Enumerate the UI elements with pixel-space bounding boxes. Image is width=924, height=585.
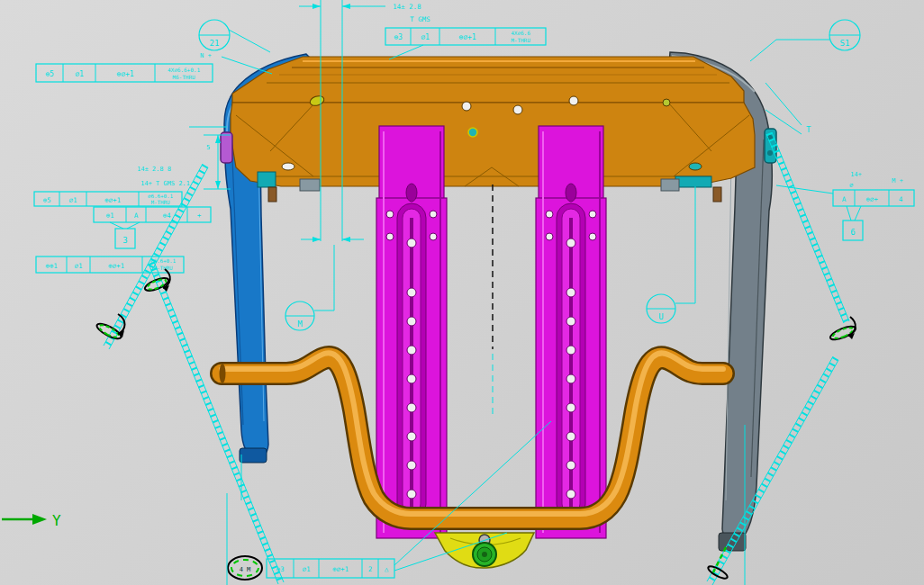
fcf-cell[interactable]: ⌀1 <box>74 262 82 270</box>
fcf-cell[interactable]: ⊕5 <box>45 70 54 78</box>
crossmember-panel[interactable] <box>231 57 755 186</box>
fcf-cell[interactable]: ⊕3 <box>394 33 403 41</box>
datum-label[interactable]: 3 <box>122 236 127 245</box>
cad-viewport[interactable]: 14± 2.8 T GMS ⊕5 ⌀1 ⊕⌀+1 4X⌀6.6+0.1 M6-T… <box>0 0 924 585</box>
note-right-14[interactable]: 14+ <box>850 171 862 178</box>
spot-label[interactable]: 4 M <box>240 566 251 573</box>
balloon-mid-left[interactable]: M <box>285 245 334 330</box>
weld-leader-right-1[interactable] <box>766 132 857 342</box>
fcf-cell[interactable]: △ <box>385 565 389 573</box>
fcf-note[interactable]: 4X⌀6.6 <box>511 30 530 36</box>
tab-right[interactable] <box>661 179 679 191</box>
fcf-left-a[interactable]: ⊕5 ⌀1 ⊕⌀+1 ⌀6.6+0.1 M-THRU <box>34 192 182 206</box>
slide-rail-right[interactable] <box>536 126 606 538</box>
fcf-left-b[interactable]: ⊕1 A ⊕4 + 3 <box>94 207 211 248</box>
balloon-label[interactable]: S1 <box>840 39 850 48</box>
note-label[interactable]: T <box>806 125 811 134</box>
fcf-top-left[interactable]: ⊕5 ⌀1 ⊕⌀+1 4X⌀6.6+0.1 M6-THRU <box>36 64 213 82</box>
bracket-foot[interactable] <box>240 448 267 463</box>
tube-body[interactable] <box>222 357 723 518</box>
tube-end-cap <box>220 364 226 383</box>
hole[interactable] <box>569 96 578 105</box>
fcf-cell[interactable]: ⌀1 <box>302 565 310 573</box>
note-right-dia[interactable]: ⌀ <box>849 182 853 189</box>
fcf-note[interactable]: ⌀6.6+0.1 <box>148 194 173 199</box>
crossmember-top-flange[interactable] <box>232 57 744 103</box>
dim-text[interactable]: 5 <box>206 144 210 151</box>
crossmember-face[interactable] <box>231 103 755 186</box>
spacer-right[interactable] <box>713 187 721 202</box>
fcf-cell[interactable]: ⌀1 <box>421 33 430 41</box>
fcf-cell[interactable]: ⊕⌀+1 <box>458 33 476 41</box>
latch-bracket[interactable] <box>435 533 534 568</box>
fcf-cell[interactable]: 4 <box>899 195 903 203</box>
hole[interactable] <box>386 233 394 240</box>
fcf-cell[interactable]: ⊕1 <box>105 212 113 220</box>
fcf-top-center[interactable]: ⊕3 ⌀1 ⊕⌀+1 4X⌀6.6 M-THRU <box>385 28 546 59</box>
fcf-note[interactable]: M-THRU <box>151 200 170 205</box>
y-axis-arrowhead <box>32 514 47 525</box>
balloon-top-left[interactable]: 21 N + <box>199 20 272 74</box>
fcf-cell[interactable]: A <box>134 212 139 220</box>
fcf-cell[interactable]: + <box>197 212 202 220</box>
fcf-cell[interactable]: A <box>842 195 847 203</box>
fcf-cell[interactable]: ⊕⌀+1 <box>116 70 133 78</box>
dim-text[interactable]: 14± 2.8 <box>393 3 421 11</box>
balloon-mid-right[interactable]: U <box>647 186 695 323</box>
tab-left[interactable] <box>300 179 320 191</box>
hole[interactable] <box>546 211 553 218</box>
fcf-note[interactable]: M-THRU <box>511 37 530 43</box>
frame-tube[interactable] <box>220 353 724 518</box>
arrowhead <box>313 237 321 242</box>
fcf-left-c[interactable]: ⊕⊕1 ⌀1 ⊕⌀+1 ⌀6.6+0.1 M-THRU <box>36 256 184 273</box>
axis-triad: Y <box>2 512 61 529</box>
fcf-cell[interactable]: ⊕⊕1 <box>45 262 58 270</box>
note-right-T[interactable]: T <box>765 83 811 134</box>
fcf-cell[interactable]: ⌀1 <box>68 196 77 204</box>
hole[interactable] <box>386 211 394 218</box>
fcf-cell[interactable]: 2 <box>368 565 373 573</box>
note-left-1[interactable]: 14± 2.8 8 <box>137 166 171 173</box>
arrowhead <box>215 181 221 189</box>
fcf-cell[interactable]: ⊕⌀+1 <box>332 565 349 573</box>
fcf-note[interactable]: M6-THRU <box>172 74 195 80</box>
hole[interactable] <box>589 211 596 218</box>
balloon-label[interactable]: 21 <box>210 39 220 48</box>
anchor-right[interactable] <box>675 176 711 187</box>
balloon-top-right[interactable]: S1 <box>750 20 860 61</box>
fastener-left[interactable] <box>221 132 232 163</box>
balloon-label[interactable]: M <box>297 320 303 328</box>
spacer-left[interactable] <box>268 187 276 202</box>
slot-hole[interactable] <box>282 163 294 170</box>
slide-rail-left[interactable] <box>376 126 447 538</box>
hole[interactable] <box>546 233 553 240</box>
hole[interactable] <box>663 99 670 106</box>
fcf-right[interactable]: A ⊕⌀+ 4 14+ ⌀ M + 6 <box>776 171 914 240</box>
hole[interactable] <box>462 102 471 111</box>
fcf-cell[interactable]: ⌀1 <box>75 70 84 78</box>
dim-note[interactable]: T GMS <box>410 15 430 23</box>
hole[interactable] <box>513 105 522 114</box>
seat-frame-model[interactable] <box>220 52 777 568</box>
rail-oval-hole[interactable] <box>566 184 576 202</box>
hole[interactable] <box>430 211 437 218</box>
hole[interactable] <box>430 233 437 240</box>
fcf-leader <box>776 185 833 194</box>
slot-hole[interactable] <box>689 163 702 170</box>
anchor-left[interactable] <box>258 172 276 187</box>
pilot-hole[interactable] <box>468 128 477 137</box>
fcf-cell[interactable]: ⊕⌀+1 <box>104 196 121 204</box>
fcf-cell[interactable]: ⊕3 <box>276 565 284 573</box>
fcf-note[interactable]: 4X⌀6.6+0.1 <box>168 67 201 73</box>
note-left-2[interactable]: 14+ T GMS 2.1 <box>140 180 190 187</box>
fcf-cell[interactable]: ⊕⌀+ <box>865 195 878 203</box>
note-right-mm[interactable]: M + <box>892 177 903 184</box>
balloon-label[interactable]: U <box>658 312 663 321</box>
balloon-subnote[interactable]: N + <box>200 52 212 59</box>
hole[interactable] <box>589 233 596 240</box>
datum-label[interactable]: 6 <box>850 228 855 237</box>
fcf-cell[interactable]: ⊕4 <box>162 212 171 220</box>
rail-oval-hole[interactable] <box>406 184 417 202</box>
fcf-cell[interactable]: ⊕5 <box>42 196 50 204</box>
fcf-cell[interactable]: ⊕⌀+1 <box>108 262 124 270</box>
